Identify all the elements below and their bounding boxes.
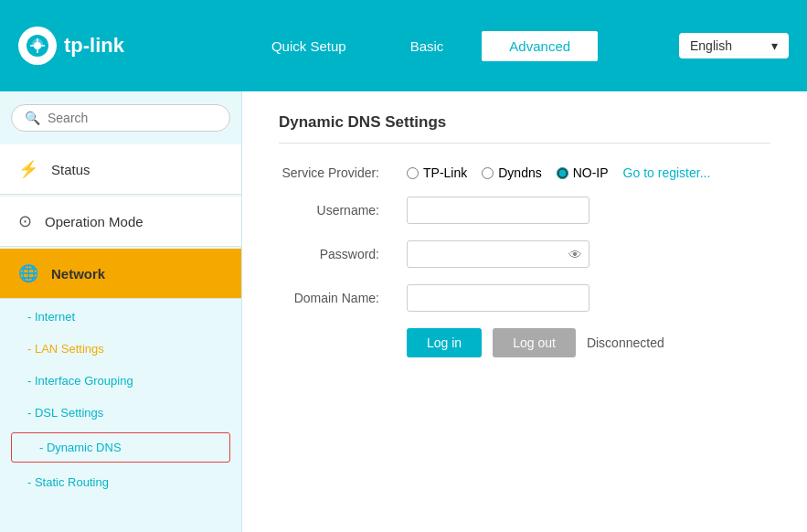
search-box[interactable]: 🔍 <box>11 104 230 132</box>
logout-button[interactable]: Log out <box>493 328 576 357</box>
username-label: Username: <box>279 203 388 218</box>
sidebar-item-label: Operation Mode <box>45 214 143 229</box>
radio-tp-link-label: TP-Link <box>423 165 467 180</box>
password-row: Password: 👁 <box>279 240 770 268</box>
radio-no-ip-input[interactable] <box>557 167 568 179</box>
status-icon: ⚡ <box>18 159 38 179</box>
sidebar-item-label: Status <box>51 162 90 177</box>
domain-name-control <box>407 284 589 312</box>
sidebar-sub-interface-grouping[interactable]: - Interface Grouping <box>0 365 241 397</box>
nav-links: Quick Setup Basic Advanced <box>201 29 642 63</box>
operation-icon: ⊙ <box>18 211 32 231</box>
domain-name-row: Domain Name: <box>279 284 770 312</box>
radio-dyndns[interactable]: Dyndns <box>482 165 541 180</box>
sidebar-sub-static-routing[interactable]: - Static Routing <box>0 466 241 498</box>
logo-text: tp-link <box>64 34 124 58</box>
sidebar-sub-dynamic-dns[interactable]: - Dynamic DNS <box>11 432 230 463</box>
radio-no-ip-label: NO-IP <box>573 165 609 180</box>
nav-basic[interactable]: Basic <box>383 31 472 61</box>
logo-icon <box>18 27 57 65</box>
main-content: Dynamic DNS Settings Service Provider: T… <box>242 91 807 532</box>
username-row: Username: <box>279 197 770 224</box>
go-register-link[interactable]: Go to register... <box>623 165 711 180</box>
username-control <box>407 197 589 224</box>
sidebar-sub-lan-settings[interactable]: - LAN Settings <box>0 333 241 365</box>
radio-dyndns-label: Dyndns <box>498 165 541 180</box>
nav-advanced[interactable]: Advanced <box>480 29 600 63</box>
status-badge: Disconnected <box>587 335 664 350</box>
sidebar-item-status[interactable]: ⚡ Status <box>0 144 241 195</box>
login-button[interactable]: Log in <box>407 328 482 357</box>
nav-quick-setup[interactable]: Quick Setup <box>244 31 374 61</box>
service-provider-control: TP-Link Dyndns NO-IP Go to register... <box>407 165 710 180</box>
btn-row: Log in Log out Disconnected <box>279 328 770 357</box>
svg-point-1 <box>34 42 41 49</box>
radio-no-ip[interactable]: NO-IP <box>557 165 609 180</box>
sidebar-sub-internet[interactable]: - Internet <box>0 301 241 333</box>
sidebar-item-operation-mode[interactable]: ⊙ Operation Mode <box>0 197 241 247</box>
domain-name-label: Domain Name: <box>279 291 388 305</box>
header: tp-link Quick Setup Basic Advanced Engli… <box>0 0 807 91</box>
username-input[interactable] <box>407 197 589 224</box>
radio-tp-link-input[interactable] <box>407 167 419 179</box>
domain-name-input[interactable] <box>407 284 589 312</box>
language-selector[interactable]: English ▾ <box>679 33 789 59</box>
password-label: Password: <box>279 247 388 261</box>
service-provider-row: Service Provider: TP-Link Dyndns NO-IP <box>279 165 770 180</box>
layout: 🔍 ⚡ Status ⊙ Operation Mode 🌐 Network - … <box>0 91 807 532</box>
eye-icon[interactable]: 👁 <box>568 247 582 262</box>
logo: tp-link <box>18 27 165 65</box>
language-label: English <box>690 38 732 53</box>
page-title: Dynamic DNS Settings <box>279 113 770 144</box>
chevron-down-icon: ▾ <box>771 38 778 53</box>
radio-tp-link[interactable]: TP-Link <box>407 165 467 180</box>
search-input[interactable] <box>48 111 217 125</box>
sidebar: 🔍 ⚡ Status ⊙ Operation Mode 🌐 Network - … <box>0 91 242 532</box>
password-wrap: 👁 <box>407 240 589 268</box>
sidebar-item-label: Network <box>51 266 105 282</box>
radio-dyndns-input[interactable] <box>482 167 494 179</box>
sidebar-sub-dsl-settings[interactable]: - DSL Settings <box>0 397 241 429</box>
radio-group-service-provider: TP-Link Dyndns NO-IP <box>407 165 609 180</box>
password-input[interactable] <box>407 240 589 268</box>
service-provider-label: Service Provider: <box>279 165 388 180</box>
search-icon: 🔍 <box>25 111 40 125</box>
network-icon: 🌐 <box>18 263 38 283</box>
password-control: 👁 <box>407 240 589 268</box>
sidebar-item-network[interactable]: 🌐 Network <box>0 249 241 299</box>
